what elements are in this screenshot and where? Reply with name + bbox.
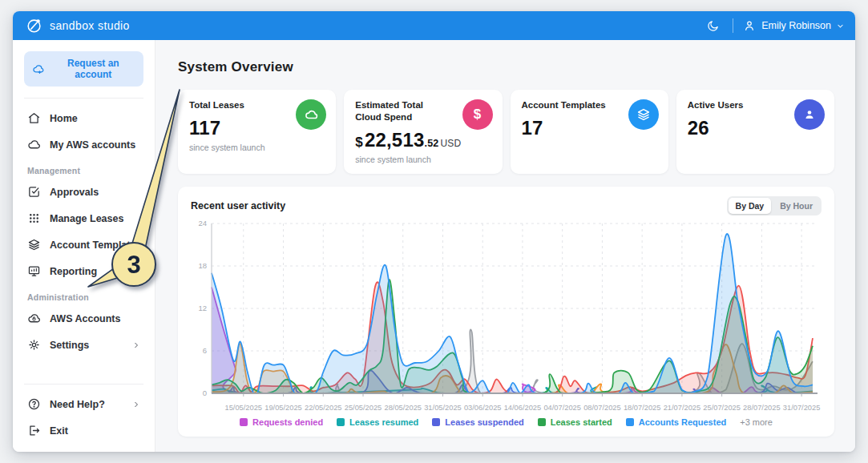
- check-square-icon: [27, 185, 41, 199]
- svg-text:03/06/2025: 03/06/2025: [464, 404, 502, 412]
- legend-label: Requests denied: [252, 417, 323, 427]
- chevron-down-icon: [837, 22, 844, 30]
- moon-icon: [706, 19, 720, 33]
- dark-mode-toggle[interactable]: [702, 15, 723, 36]
- svg-text:0: 0: [203, 389, 207, 397]
- svg-text:24: 24: [198, 219, 207, 227]
- svg-text:25/07/2025: 25/07/2025: [703, 404, 741, 412]
- by-hour-toggle[interactable]: By Hour: [773, 198, 820, 214]
- section-label-administration: Administration: [13, 284, 155, 305]
- activity-chart: 0612182415/05/202519/05/202522/05/202525…: [191, 215, 822, 416]
- svg-text:12: 12: [198, 304, 207, 312]
- legend-item[interactable]: Accounts Requested: [626, 417, 726, 427]
- app-window: sandbox studio Emily Robinson: [13, 11, 855, 452]
- legend-item[interactable]: Leases suspended: [432, 417, 523, 427]
- home-icon: [27, 111, 41, 125]
- legend-more-label[interactable]: +3 more: [740, 417, 773, 427]
- legend-label: Accounts Requested: [639, 417, 726, 427]
- svg-text:31/05/2025: 31/05/2025: [424, 404, 462, 412]
- legend-label: Leases suspended: [445, 417, 523, 427]
- user-menu[interactable]: Emily Robinson: [743, 19, 844, 32]
- sidebar-item-need-help[interactable]: Need Help?: [13, 391, 155, 417]
- sidebar-item-home[interactable]: Home: [13, 105, 155, 131]
- divider: [24, 384, 143, 384]
- legend-item[interactable]: Leases resumed: [337, 417, 418, 427]
- sidebar-item-reporting[interactable]: Reporting: [13, 258, 155, 284]
- card-caption: since system launch: [355, 155, 491, 164]
- svg-text:14/06/2025: 14/06/2025: [504, 404, 542, 412]
- dollar-icon: $: [462, 99, 493, 130]
- chart-legend: Requests deniedLeases resumedLeases susp…: [191, 417, 822, 427]
- svg-text:18/07/2025: 18/07/2025: [624, 404, 661, 412]
- card-title: Estimated Total Cloud Spend: [355, 99, 451, 123]
- user-icon: [794, 99, 825, 130]
- legend-swatch: [337, 418, 345, 426]
- card-total-leases: Total Leases 117 since system launch: [178, 90, 336, 174]
- layers-icon: [628, 99, 659, 130]
- svg-text:04/07/2025: 04/07/2025: [543, 404, 581, 412]
- sidebar-item-settings[interactable]: Settings: [13, 332, 155, 358]
- sidebar-item-manage-leases[interactable]: Manage Leases: [13, 205, 155, 231]
- svg-text:22/05/2025: 22/05/2025: [305, 404, 342, 412]
- sidebar-item-aws-accounts[interactable]: AWS Accounts: [13, 305, 155, 332]
- card-caption: since system launch: [189, 143, 325, 152]
- card-title: Active Users: [688, 99, 784, 111]
- svg-text:28/07/2025: 28/07/2025: [743, 404, 781, 412]
- monitor-icon: [27, 264, 41, 278]
- svg-text:21/07/2025: 21/07/2025: [664, 404, 701, 412]
- legend-swatch: [626, 418, 634, 426]
- by-day-toggle[interactable]: By Day: [729, 198, 772, 214]
- user-icon: [743, 19, 756, 32]
- topbar: sandbox studio Emily Robinson: [13, 11, 855, 40]
- legend-item[interactable]: Requests denied: [240, 417, 323, 427]
- card-account-templates: Account Templates 17: [511, 90, 668, 174]
- activity-chart-card: Recent user activity By Day By Hour 0612…: [178, 187, 834, 437]
- sidebar-item-my-aws-accounts[interactable]: My AWS accounts: [13, 131, 155, 158]
- chevron-right-icon: [132, 341, 140, 349]
- chevron-right-icon: [132, 401, 140, 409]
- question-circle-icon: [27, 397, 41, 411]
- legend-swatch: [538, 418, 546, 426]
- grid-dots-icon: [27, 211, 41, 225]
- svg-text:6: 6: [203, 346, 207, 355]
- sidebar-item-exit[interactable]: Exit: [13, 417, 155, 444]
- sign-out-icon: [27, 424, 41, 437]
- cloud-lock-icon: [27, 312, 41, 325]
- interval-toggle: By Day By Hour: [727, 196, 822, 215]
- layers-icon: [27, 238, 41, 252]
- cloud-icon: [296, 99, 326, 130]
- sidebar: Request an account Home My AWS accounts …: [13, 40, 155, 452]
- svg-text:19/05/2025: 19/05/2025: [264, 404, 302, 412]
- page-title: System Overview: [178, 59, 834, 75]
- legend-item[interactable]: Leases started: [538, 417, 612, 427]
- cloud-plus-icon: [32, 62, 45, 76]
- card-title: Total Leases: [189, 99, 285, 111]
- svg-text:28/05/2025: 28/05/2025: [384, 404, 422, 412]
- card-value: $22,513.52USD: [355, 129, 491, 151]
- legend-swatch: [240, 418, 248, 426]
- brand-logo-icon: [26, 17, 43, 34]
- chart-title: Recent user activity: [191, 200, 285, 211]
- svg-text:31/07/2025: 31/07/2025: [783, 404, 821, 412]
- request-account-button[interactable]: Request an account: [24, 51, 143, 87]
- svg-text:25/05/2025: 25/05/2025: [345, 404, 382, 412]
- svg-text:15/05/2025: 15/05/2025: [225, 404, 263, 412]
- legend-swatch: [432, 418, 440, 426]
- legend-label: Leases started: [551, 417, 612, 427]
- divider: [24, 98, 143, 99]
- svg-text:08/07/2025: 08/07/2025: [583, 404, 621, 412]
- main-content: System Overview Total Leases 117 since s…: [155, 40, 855, 452]
- cloud-icon: [27, 138, 41, 151]
- svg-text:18: 18: [198, 261, 207, 270]
- card-title: Account Templates: [522, 99, 618, 111]
- legend-label: Leases resumed: [349, 417, 418, 427]
- sidebar-item-account-templates[interactable]: Account Templates: [13, 231, 155, 258]
- topbar-divider: [733, 18, 733, 33]
- brand-name: sandbox studio: [50, 19, 130, 32]
- section-label-management: Management: [13, 158, 155, 179]
- brand: sandbox studio: [26, 17, 130, 34]
- stat-cards: Total Leases 117 since system launch Est…: [178, 90, 834, 174]
- card-active-users: Active Users 26: [676, 90, 834, 174]
- sidebar-item-approvals[interactable]: Approvals: [13, 179, 155, 205]
- gear-icon: [27, 338, 41, 352]
